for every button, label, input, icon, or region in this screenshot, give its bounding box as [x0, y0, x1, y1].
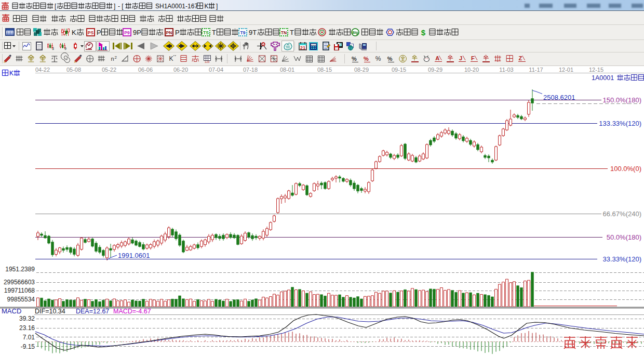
svg-text:299566603: 299566603 — [4, 279, 35, 286]
svg-text:09-29: 09-29 — [428, 67, 442, 73]
svg-text:Big: Big — [352, 31, 358, 35]
svg-text:1991.0601: 1991.0601 — [118, 252, 150, 259]
svg-text:P9: P9 — [124, 30, 130, 35]
svg-text:1A0001: 1A0001 — [592, 74, 614, 82]
svg-text:99855534: 99855534 — [7, 296, 35, 303]
svg-text:10-20: 10-20 — [464, 67, 479, 73]
svg-text:12-01: 12-01 — [559, 67, 573, 73]
svg-text:n: n — [111, 56, 114, 62]
svg-text:39.32: 39.32 — [19, 315, 35, 322]
svg-text:K: K — [169, 55, 173, 62]
svg-text:123: 123 — [205, 60, 209, 63]
svg-text:%: % — [364, 56, 369, 62]
svg-text:66.67%(240): 66.67%(240) — [603, 210, 641, 218]
svg-text:Z: Z — [519, 55, 522, 61]
svg-text:2: 2 — [114, 55, 117, 60]
svg-text:P: P — [175, 29, 180, 36]
svg-text:J: J — [459, 55, 462, 61]
svg-text:PS: PS — [88, 30, 94, 35]
svg-text:33.33%(120): 33.33%(120) — [603, 255, 641, 263]
svg-text:100.0%(0): 100.0%(0) — [610, 165, 641, 173]
svg-text:12-15: 12-15 — [589, 67, 603, 73]
svg-text:50.0%(180): 50.0%(180) — [607, 233, 641, 241]
svg-text:1951.2389: 1951.2389 — [5, 266, 35, 273]
svg-text:08-29: 08-29 — [354, 67, 369, 73]
svg-text:2508.6201: 2508.6201 — [543, 94, 575, 101]
svg-text:T: T — [212, 29, 216, 36]
svg-text:05-22: 05-22 — [102, 67, 116, 73]
svg-text:$: $ — [421, 28, 426, 37]
svg-text:K: K — [205, 3, 209, 10]
svg-text:08-01: 08-01 — [280, 67, 294, 73]
svg-text:PN: PN — [166, 30, 172, 35]
svg-text:9P: 9P — [133, 29, 141, 36]
svg-text:TS: TS — [203, 30, 209, 35]
svg-text:07-04: 07-04 — [209, 67, 223, 73]
svg-text:MACD: MACD — [2, 307, 21, 315]
svg-text:06-06: 06-06 — [138, 67, 153, 73]
svg-text:21: 21 — [300, 45, 306, 50]
svg-text:A: A — [435, 55, 439, 61]
svg-text:DEA=12.67: DEA=12.67 — [76, 308, 109, 315]
svg-text:- [: - [ — [118, 3, 124, 10]
svg-text:]: ] — [216, 3, 218, 10]
svg-text:%: % — [387, 56, 393, 62]
svg-text:K: K — [9, 70, 14, 77]
svg-text:04-22: 04-22 — [35, 67, 50, 73]
svg-text:7.01: 7.01 — [23, 334, 35, 341]
svg-text:T9: T9 — [240, 30, 246, 35]
svg-text:3: 3 — [52, 47, 54, 50]
svg-text:-9.15: -9.15 — [21, 343, 35, 350]
svg-text:DIF=10.34: DIF=10.34 — [35, 308, 65, 315]
svg-text:]: ] — [114, 3, 115, 10]
svg-text:%: % — [352, 56, 357, 62]
svg-text:199711068: 199711068 — [4, 287, 35, 294]
svg-text:TN: TN — [281, 30, 287, 35]
svg-text:05-08: 05-08 — [66, 67, 81, 73]
svg-text:SH1A0001-167: SH1A0001-167 — [155, 3, 198, 10]
svg-text:K: K — [72, 29, 76, 36]
svg-text:F: F — [471, 55, 475, 61]
svg-text:MACD=-4.67: MACD=-4.67 — [113, 308, 151, 315]
svg-text:9: 9 — [64, 47, 66, 50]
svg-text:9T: 9T — [249, 29, 257, 36]
svg-text:%: % — [375, 55, 381, 62]
svg-text:09-15: 09-15 — [392, 67, 406, 73]
svg-text:11-17: 11-17 — [529, 67, 543, 73]
svg-text:23.16: 23.16 — [19, 324, 35, 332]
svg-text:150.0%(180): 150.0%(180) — [603, 96, 641, 104]
svg-text:07-18: 07-18 — [243, 67, 258, 73]
svg-text:11-03: 11-03 — [499, 67, 513, 73]
svg-text:133.33%(120): 133.33%(120) — [599, 120, 641, 127]
svg-text:08-15: 08-15 — [317, 67, 332, 73]
svg-text:06-20: 06-20 — [173, 67, 188, 73]
svg-text:T: T — [290, 29, 294, 36]
svg-text:P: P — [97, 29, 101, 36]
